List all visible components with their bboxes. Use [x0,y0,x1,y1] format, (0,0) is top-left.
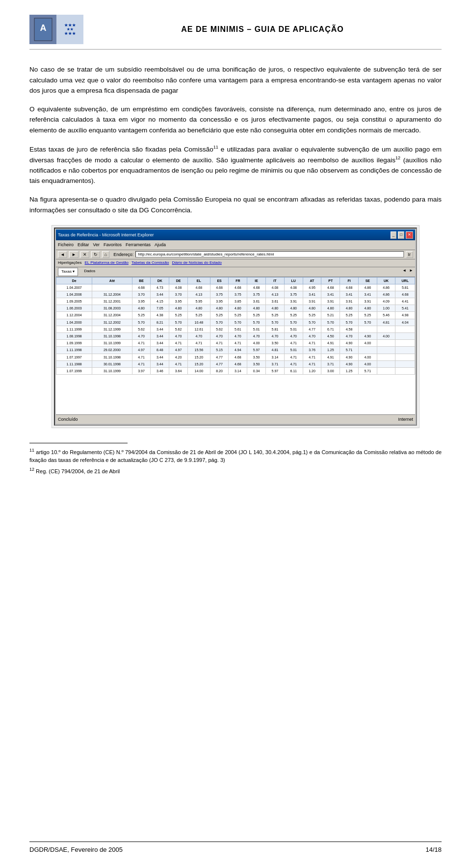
table-cell: 5.81 [266,326,285,332]
back-button[interactable]: ◄ [58,251,67,258]
menu-favorites[interactable]: Favoritos [104,241,122,248]
table-cell-empty [358,347,377,354]
menu-edit[interactable]: Editar [78,241,89,248]
table-cell: 1.11.1988 [56,360,92,367]
tables-link[interactable]: Tabelas da Comissão [131,260,169,266]
table-cell: 5.70 [210,319,229,326]
table-cell: 4.68 [187,284,210,291]
table-cell-empty [395,360,415,367]
table-cell: 4.90 [340,360,359,367]
table-cell: 4.15 [151,298,169,305]
table-cell: 4.80 [303,305,321,312]
table-cell: 4.98 [395,312,415,319]
table-cell: 5.70 [169,319,188,326]
menu-help[interactable]: Ajuda [155,241,166,248]
address-bar[interactable] [135,251,403,257]
table-cell: 4.09 [377,298,395,305]
go-button[interactable]: Ir [406,251,414,258]
menu-tools[interactable]: Ferramentas [126,241,151,248]
col-header-es: ES [210,277,229,284]
table-cell: 4.71 [169,360,188,367]
table-cell: 4.50 [321,333,340,340]
table-cell: 3.44 [151,354,169,360]
table-cell: 4.80 [187,305,210,312]
table-cell: 4.80 [132,305,151,312]
table-cell: 3.95 [210,298,229,305]
table-cell: 3.75 [210,291,229,298]
table-cell: 3.76 [303,347,321,354]
table-cell: 5.61 [229,326,247,332]
table-cell: 3.44 [151,291,169,298]
table-cell: 3.75 [284,291,303,298]
table-cell-empty [377,354,395,360]
table-cell: 3.85 [229,298,247,305]
table-cell: 3.61 [266,298,285,305]
tab-item-1[interactable]: Taxas ▾ [58,268,78,276]
home-button[interactable]: ⌂ [102,251,109,258]
table-cell: 5.70 [132,319,151,326]
table-cell-empty [395,333,415,340]
page-footer: DGDR/DSAE, Fevereiro de 2005 14/18 [29,842,442,853]
news-link[interactable]: Diário de Notícias do Estado [172,260,221,266]
table-cell-empty [377,347,395,354]
table-row: 1.09.200531.12.20013.954.153.955.953.953… [56,298,415,305]
table-cell: 4.04 [395,319,415,326]
footnote-12: 12 Reg. (CE) 794/2004, de 21 de Abril [29,466,442,475]
ec-europa-link[interactable]: EL Plataforma de Gestão [84,260,129,266]
table-cell: 15.20 [187,354,210,360]
stop-button[interactable]: ✕ [80,251,89,258]
table-cell: 1.25 [321,347,340,354]
footnote-11: 11 artigo 10.º do Regulamento (CE) N.º 7… [29,447,442,464]
table-cell: 30.01.1998 [92,360,132,367]
table-cell: 4.70 [284,333,303,340]
table-cell: 4.86 [377,284,395,291]
nav-prev[interactable]: ◄ [402,268,406,276]
footnotes: 11 artigo 10.º do Regulamento (CE) N.º 7… [29,447,442,475]
table-cell: 4.08 [284,284,303,291]
menu-view[interactable]: Ver [93,241,100,248]
status-zone: Internet [398,416,413,423]
refresh-button[interactable]: ↻ [91,251,100,258]
table-cell: 4.97 [132,347,151,354]
table-cell: 4.80 [169,305,188,312]
table-row: 1.12.200431.12.20045.254.385.255.255.255… [56,312,415,319]
col-header-uk: UK [377,277,395,284]
col-header-at: AT [303,277,321,284]
table-cell: 0.34 [247,367,266,374]
tab-item-2[interactable]: Dados [81,268,98,276]
table-cell: 4.97 [169,347,188,354]
table-cell: 5.70 [284,319,303,326]
table-cell: 31.12.2004 [92,312,132,319]
table-cell: 4.71 [303,360,321,367]
screenshot-container: Taxas de Referência - Microsoft Internet… [52,225,419,428]
table-cell: 4.90 [358,333,377,340]
table-cell: 4.08 [169,284,188,291]
table-cell: 4.68 [321,284,340,291]
page-header: A ★★★ ★ ★ ★★★ AE DE MINIMIS – GUIA DE AP… [29,15,442,50]
browser-statusbar: Concluído Internet [56,414,415,424]
table-cell: 4.70 [266,333,285,340]
table-cell: 4.71 [210,340,229,347]
table-cell: 5.01 [247,326,266,332]
table-cell: 4.08 [266,284,285,291]
table-row: 1.11.198830.01.19984.713.444.7115.204.77… [56,360,415,367]
table-cell: 4.80 [321,305,340,312]
table-cell: 5.71 [358,367,377,374]
table-cell: 5.70 [266,319,285,326]
table-row: 1.04.200031.12.20025.708.215.7010.485.70… [56,319,415,326]
table-cell: 4.80 [284,305,303,312]
nav-next[interactable]: ► [409,268,413,276]
footer-left: DGDR/DSAE, Fevereiro de 2005 [29,846,123,853]
forward-button[interactable]: ► [69,251,78,258]
table-cell-empty [377,360,395,367]
table-cell: 15.56 [187,347,210,354]
table-cell: 3.14 [266,354,285,360]
table-cell: 4.77 [210,360,229,367]
table-cell: 4.70 [247,333,266,340]
menu-file[interactable]: Ficheiro [58,241,74,248]
table-cell: 5.70 [358,319,377,326]
table-cell: 4.70 [303,333,321,340]
reference-rates-table: De Até BE DK DE EL ES FR IE IT LU [56,277,415,375]
table-cell: 4.77 [210,354,229,360]
table-cell: 1.08.1998 [56,333,92,340]
